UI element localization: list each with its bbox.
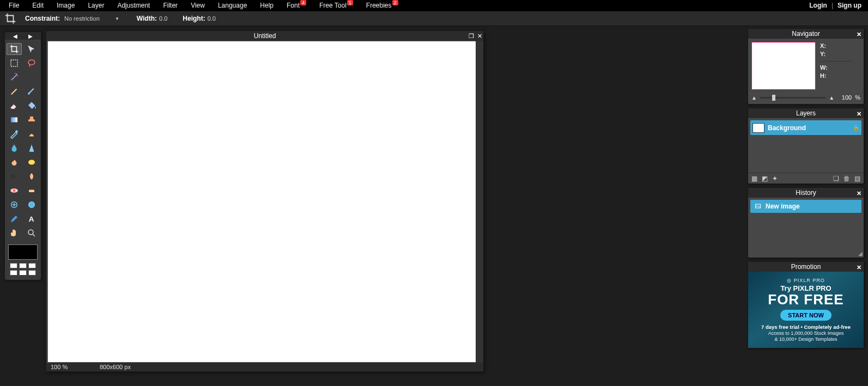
tool-crop[interactable]: [7, 43, 22, 55]
toolbox-arrow-right-icon[interactable]: ▶: [28, 33, 33, 39]
navigator-w-label: W:: [820, 64, 853, 72]
svg-point-5: [11, 174, 15, 179]
menu-free-tool[interactable]: Free Tool1: [313, 1, 360, 10]
constraint-select[interactable]: No restriction: [62, 14, 122, 23]
layer-name: Background: [768, 124, 849, 132]
navigator-close-icon[interactable]: ✕: [857, 29, 861, 39]
swatch-cell[interactable]: [10, 263, 17, 268]
new-image-icon: [754, 203, 762, 210]
layer-new-icon[interactable]: ▦: [751, 175, 757, 182]
tool-eraser[interactable]: [7, 100, 22, 112]
tool-sharpen[interactable]: [24, 142, 39, 154]
tool-type[interactable]: A: [24, 213, 39, 225]
menu-layer[interactable]: Layer: [81, 1, 111, 10]
toolbox-handle[interactable]: ◀ ▶: [5, 32, 41, 40]
navigator-thumbnail[interactable]: [751, 42, 816, 90]
tool-move[interactable]: [24, 43, 39, 55]
toolbox-arrow-left-icon[interactable]: ◀: [13, 33, 17, 39]
tool-brush[interactable]: [24, 85, 39, 97]
navigator-zoom-slider[interactable]: [760, 97, 825, 99]
promotion-close-icon[interactable]: ✕: [857, 262, 861, 272]
tool-lasso[interactable]: [24, 57, 39, 69]
tool-marquee[interactable]: [7, 57, 22, 69]
swatch-cell[interactable]: [19, 270, 27, 275]
layers-footer: ▦ ◩ ✦ ❏ 🗑 ▤: [748, 173, 864, 183]
menu-language[interactable]: Language: [211, 1, 253, 10]
navigator-zoom-value[interactable]: 100: [837, 94, 852, 101]
history-item[interactable]: New image: [750, 200, 861, 213]
menu-view[interactable]: View: [184, 1, 211, 10]
tool-blur[interactable]: [7, 142, 22, 154]
promo-start-button[interactable]: START NOW: [780, 310, 831, 321]
tool-dodge[interactable]: [7, 170, 22, 182]
tool-hand[interactable]: [7, 227, 22, 239]
history-close-icon[interactable]: ✕: [857, 188, 861, 198]
layer-settings-icon[interactable]: ▤: [854, 175, 860, 182]
canvas-zoom-value[interactable]: 100: [51, 364, 60, 370]
zoom-in-icon[interactable]: ▲: [829, 95, 834, 101]
signup-link[interactable]: Sign up: [833, 2, 866, 9]
menu-adjustment[interactable]: Adjustment: [111, 1, 156, 10]
lock-icon[interactable]: 🔒: [853, 125, 859, 131]
tool-red-eye[interactable]: [7, 185, 22, 197]
color-swatch-main[interactable]: [8, 244, 38, 260]
tool-wand[interactable]: [7, 71, 22, 83]
tool-zoom[interactable]: [24, 227, 39, 239]
canvas-scrollbar-vertical[interactable]: [476, 41, 483, 363]
navigator-x-label: X:: [820, 42, 853, 50]
layer-duplicate-icon[interactable]: ❏: [833, 175, 839, 182]
swatch-cell[interactable]: [28, 263, 36, 268]
promo-brand: ◎ PIXLR PRO: [787, 278, 825, 283]
login-link[interactable]: Login: [805, 2, 831, 9]
tool-smudge[interactable]: [7, 156, 22, 168]
promo-line3: & 10,000+ Design Templates: [774, 336, 837, 342]
svg-point-3: [16, 131, 17, 132]
svg-rect-8: [29, 190, 35, 193]
navigator-y-label: Y:: [820, 50, 853, 58]
tool-paint-bucket[interactable]: [24, 100, 39, 112]
menu-edit[interactable]: Edit: [26, 1, 50, 10]
svg-point-1: [28, 60, 35, 65]
swatch-cell[interactable]: [10, 270, 17, 275]
menu-font[interactable]: Font4: [280, 1, 313, 10]
navigator-h-label: H:: [820, 72, 853, 80]
tool-bloat[interactable]: [7, 199, 22, 211]
layer-item[interactable]: Background 🔒: [750, 120, 861, 135]
height-value[interactable]: 0.0: [208, 15, 216, 22]
window-maximize-icon[interactable]: ❐: [469, 31, 474, 41]
window-close-icon[interactable]: ✕: [477, 31, 482, 41]
tool-color-replace[interactable]: [7, 128, 22, 140]
tool-gradient[interactable]: [7, 114, 22, 126]
menu-help[interactable]: Help: [253, 1, 280, 10]
history-title: History: [796, 189, 816, 197]
tool-spot-heal[interactable]: [24, 185, 39, 197]
swatch-cell[interactable]: [28, 270, 36, 275]
resize-grip-icon[interactable]: ◢: [858, 250, 863, 256]
document-title: Untitled: [254, 32, 276, 40]
layers-close-icon[interactable]: ✕: [857, 109, 861, 119]
tool-pencil[interactable]: [7, 85, 22, 97]
menu-file[interactable]: File: [2, 1, 26, 10]
tool-colorpicker[interactable]: [7, 213, 22, 225]
canvas-zoom-unit: %: [62, 364, 68, 370]
canvas[interactable]: [47, 41, 477, 363]
canvas-status-bar: 100 % 800x600 px: [46, 363, 483, 371]
menu-image[interactable]: Image: [50, 1, 81, 10]
tool-clone-stamp[interactable]: [24, 114, 39, 126]
width-value[interactable]: 0.0: [159, 15, 167, 22]
swatch-cell[interactable]: [19, 263, 27, 268]
document-titlebar[interactable]: Untitled ❐ ✕: [46, 31, 483, 41]
menu-freebies[interactable]: Freebies2: [360, 1, 405, 10]
history-panel: History✕ New image ◢: [748, 187, 864, 258]
tool-drawing[interactable]: [24, 128, 39, 140]
layer-style-icon[interactable]: ✦: [772, 175, 778, 182]
zoom-out-icon[interactable]: ▲: [751, 95, 757, 101]
svg-rect-2: [11, 118, 17, 122]
promo-line1: 7 days free trial • Completely ad-free: [761, 324, 851, 330]
tool-sponge[interactable]: [24, 156, 39, 168]
tool-burn[interactable]: [24, 170, 39, 182]
menu-filter[interactable]: Filter: [156, 1, 184, 10]
layer-delete-icon[interactable]: 🗑: [843, 175, 850, 182]
tool-pinch[interactable]: [24, 199, 39, 211]
layer-mask-icon[interactable]: ◩: [762, 175, 768, 182]
